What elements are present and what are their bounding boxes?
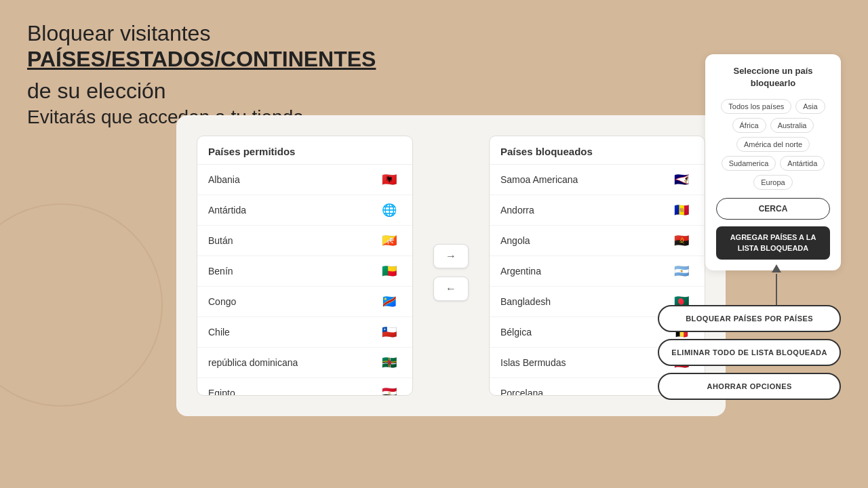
list-item[interactable]: Samoa Americana 🇦🇸: [490, 165, 705, 195]
action-buttons-container: BLOQUEAR PAÍSES POR PAÍSES ELIMINAR TODO…: [658, 305, 841, 400]
eliminar-button[interactable]: ELIMINAR TODO DE LISTA BLOQUEADA: [658, 339, 841, 366]
country-name: Albania: [208, 174, 240, 185]
filter-button[interactable]: Asia: [795, 99, 825, 114]
main-card: Países permitidos Albania 🇦🇱 Antártida 🌐…: [176, 115, 726, 416]
allowed-list-header: Países permitidos: [197, 136, 412, 165]
filter-buttons-container: Todos los paísesAsiaÁfricaAustraliaAméri…: [716, 99, 830, 190]
country-name: Chile: [208, 327, 230, 338]
hero-line3: de su elección: [27, 78, 166, 104]
country-flag: 🇧🇯: [377, 263, 401, 279]
country-name: Andorra: [500, 205, 534, 216]
list-item[interactable]: república dominicana 🇩🇲: [197, 348, 412, 378]
allowed-list-scroll[interactable]: Albania 🇦🇱 Antártida 🌐 Bután 🇧🇹 Benín 🇧🇯…: [197, 165, 412, 395]
country-name: Islas Bermudas: [500, 357, 566, 368]
list-item[interactable]: Congo 🇨🇩: [197, 287, 412, 317]
blocked-list-header: Países bloqueados: [490, 136, 705, 165]
transfer-buttons-container: → ←: [427, 244, 475, 301]
hero-section: Bloquear visitantes PAÍSES/ESTADOS/CONTI…: [27, 20, 434, 130]
country-name: Angola: [500, 235, 530, 246]
decorative-circle: [0, 203, 163, 407]
list-item[interactable]: Benín 🇧🇯: [197, 256, 412, 287]
list-item[interactable]: Andorra 🇦🇩: [490, 195, 705, 226]
country-flag: 🇪🇬: [377, 385, 401, 395]
selector-title: Seleccione un país bloquearlo: [716, 65, 830, 89]
country-flag: 🇨🇱: [377, 324, 401, 340]
hero-line1: Bloquear visitantes: [27, 21, 210, 45]
cerca-button[interactable]: CERCA: [716, 198, 830, 220]
country-flag: 🇧🇹: [377, 232, 401, 249]
filter-button[interactable]: Europa: [753, 175, 792, 190]
list-item[interactable]: Antártida 🌐: [197, 195, 412, 226]
filter-button[interactable]: Antártida: [780, 156, 825, 171]
arrow-head: [772, 264, 781, 272]
country-flag: 🇦🇩: [669, 202, 694, 218]
filter-button[interactable]: Sudamerica: [722, 156, 776, 171]
lists-container: Países permitidos Albania 🇦🇱 Antártida 🌐…: [197, 136, 705, 396]
country-flag: 🇦🇷: [669, 263, 694, 279]
transfer-right-button[interactable]: →: [433, 244, 469, 268]
country-name: Bangladesh: [500, 296, 551, 307]
country-name: Porcelana: [500, 388, 543, 395]
country-flag: 🌐: [377, 202, 401, 218]
agregar-button[interactable]: AGREGAR PAÍSES A LA LISTA BLOQUEADA: [716, 226, 830, 260]
list-item[interactable]: Albania 🇦🇱: [197, 165, 412, 195]
country-name: Argentina: [500, 266, 541, 277]
country-flag: 🇩🇲: [377, 354, 401, 371]
transfer-left-button[interactable]: ←: [433, 277, 469, 301]
allowed-countries-panel: Países permitidos Albania 🇦🇱 Antártida 🌐…: [197, 136, 413, 396]
bloquear-button[interactable]: BLOQUEAR PAÍSES POR PAÍSES: [658, 305, 841, 332]
country-flag: 🇦🇸: [669, 171, 694, 188]
country-name: Egipto: [208, 388, 235, 395]
list-item[interactable]: Egipto 🇪🇬: [197, 378, 412, 395]
list-item[interactable]: Chile 🇨🇱: [197, 317, 412, 348]
selector-card: Seleccione un país bloquearlo Todos los …: [705, 54, 841, 270]
country-name: Congo: [208, 296, 236, 307]
country-name: Bélgica: [500, 327, 532, 338]
country-flag: 🇨🇩: [377, 293, 401, 310]
filter-button[interactable]: África: [732, 118, 766, 133]
country-name: Samoa Americana: [500, 174, 578, 185]
list-item[interactable]: Bután 🇧🇹: [197, 226, 412, 256]
filter-button[interactable]: Australia: [770, 118, 814, 133]
hero-line2: PAÍSES/ESTADOS/CONTINENTES: [27, 46, 376, 72]
list-item[interactable]: Angola 🇦🇴: [490, 226, 705, 256]
country-name: Benín: [208, 266, 233, 277]
filter-button[interactable]: Todos los países: [721, 99, 791, 114]
country-name: Bután: [208, 235, 233, 246]
ahorrar-button[interactable]: AHORRAR OPCIONES: [658, 373, 841, 400]
country-name: república dominicana: [208, 357, 298, 368]
filter-button[interactable]: América del norte: [736, 137, 810, 152]
country-name: Antártida: [208, 205, 246, 216]
country-flag: 🇦🇱: [377, 171, 401, 188]
list-item[interactable]: Argentina 🇦🇷: [490, 256, 705, 287]
country-flag: 🇦🇴: [669, 232, 694, 249]
